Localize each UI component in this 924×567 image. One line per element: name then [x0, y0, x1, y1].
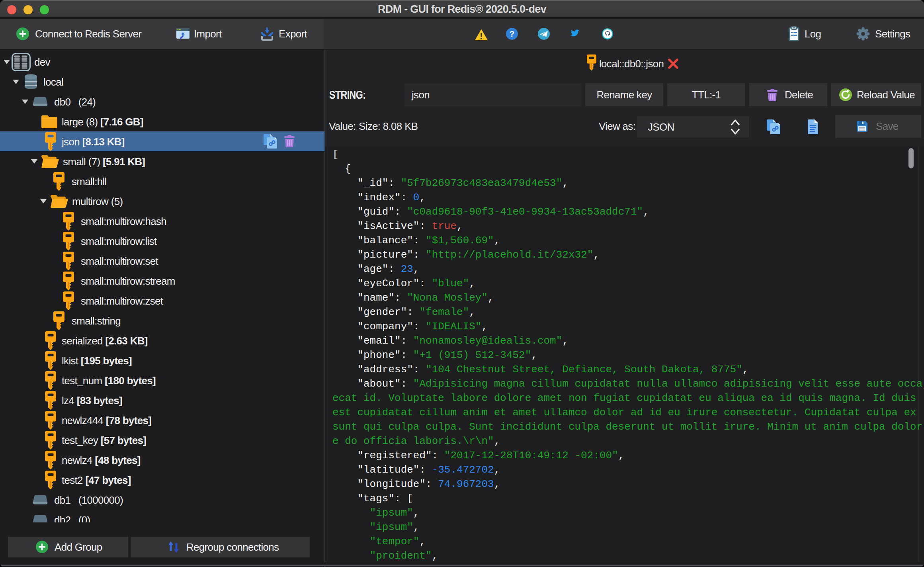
svg-text:?: ? — [510, 29, 515, 38]
